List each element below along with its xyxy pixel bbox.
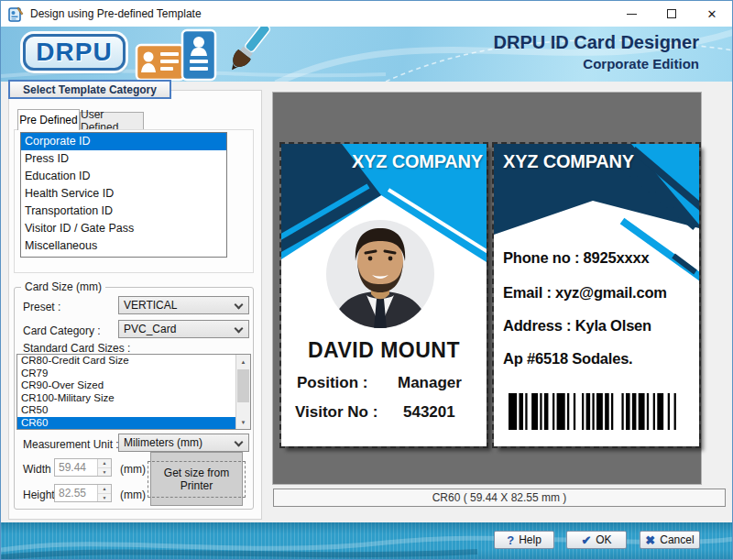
- minimize-button[interactable]: [611, 1, 651, 27]
- position-value: Manager: [398, 374, 462, 392]
- list-item-category[interactable]: Miscellaneous: [21, 237, 226, 255]
- spin-up-icon[interactable]: ▲: [98, 485, 111, 494]
- card-size-status-text: CR60 ( 59.44 X 82.55 mm ): [432, 491, 567, 504]
- app-icon: [8, 6, 24, 22]
- get-size-from-printer-label: Get size from Printer: [151, 465, 242, 494]
- header-icons: [135, 27, 290, 82]
- card-preview-back[interactable]: XYZ COMPANY Phone no : 8925xxxx Email : …: [494, 144, 699, 446]
- ok-button-label: OK: [596, 533, 611, 546]
- card-size-group-label: Card Size (mm): [21, 280, 105, 293]
- sizes-scrollbar[interactable]: ▲ ▼: [235, 355, 250, 429]
- list-item-category[interactable]: Visitor ID / Gate Pass: [21, 220, 226, 237]
- height-unit-label: (mm): [120, 489, 146, 501]
- tab-user-defined[interactable]: User Defined: [80, 112, 144, 130]
- height-value: 82.55: [55, 487, 97, 500]
- list-item-size[interactable]: CR60: [17, 417, 235, 430]
- width-stepper[interactable]: 59.44 ▲ ▼: [54, 458, 112, 477]
- front-company-name: XYZ COMPANY: [352, 151, 483, 172]
- preset-label: Preset :: [23, 301, 60, 313]
- minimize-icon: [627, 14, 637, 15]
- window-title: Design using Pre-defined Template: [30, 7, 202, 20]
- get-size-from-printer-button[interactable]: Get size from Printer: [150, 452, 243, 506]
- preset-dropdown[interactable]: VERTICAL: [118, 296, 249, 314]
- list-item-size[interactable]: CR90-Over Sized: [17, 379, 235, 392]
- card-preview-front[interactable]: XYZ COMPANY DAVID MOUNT Position :: [281, 144, 487, 446]
- spin-down-icon[interactable]: ▼: [98, 494, 111, 502]
- chevron-down-icon: [235, 324, 244, 334]
- category-listbox: Corporate ID Press ID Education ID Healt…: [20, 132, 227, 258]
- list-item-category[interactable]: Health Service ID: [21, 185, 226, 203]
- list-item-size[interactable]: CR50: [17, 404, 235, 417]
- measurement-unit-label: Measurement Unit :: [23, 438, 119, 451]
- ok-check-icon: ✔: [581, 534, 591, 546]
- card-size-statusbar: CR60 ( 59.44 X 82.55 mm ): [273, 489, 726, 507]
- position-label: Position :: [297, 374, 367, 392]
- drpu-logo-text: DRPU: [36, 38, 112, 67]
- help-button-label: Help: [519, 533, 542, 546]
- card-category-label: Card Category :: [23, 324, 101, 337]
- card-category-dropdown[interactable]: PVC_Card: [118, 320, 249, 338]
- product-edition: Corporate Edition: [494, 54, 700, 74]
- list-item-size[interactable]: CR100-Military Size: [17, 392, 235, 405]
- list-item-category[interactable]: Corporate ID: [21, 133, 226, 150]
- email-line: Email : xyz@gmail.com: [503, 284, 667, 302]
- address-line-2: Ap #6518 Sodales.: [503, 350, 633, 368]
- close-button[interactable]: ✕: [692, 1, 732, 27]
- id-card-icon-vertical: [182, 30, 215, 80]
- measurement-unit-value: Milimeters (mm): [124, 436, 202, 449]
- list-item-category[interactable]: Education ID: [21, 168, 226, 185]
- product-title: DRPU ID Card Designer: [494, 30, 700, 54]
- tab-pre-defined-label: Pre Defined: [19, 114, 77, 126]
- scrollbar-thumb[interactable]: [237, 369, 249, 402]
- width-unit-label: (mm): [120, 463, 146, 476]
- visitor-no-value: 543201: [403, 403, 455, 422]
- title-bar: Design using Pre-defined Template ✕: [1, 1, 732, 27]
- height-stepper[interactable]: 82.55 ▲ ▼: [54, 484, 112, 502]
- header-banner: DRPU: [1, 27, 733, 82]
- list-item-category[interactable]: Transportation ID: [21, 203, 226, 220]
- scroll-down-icon[interactable]: ▼: [236, 415, 250, 429]
- help-icon: ?: [507, 534, 514, 546]
- paintbrush-icon: [225, 27, 273, 75]
- back-company-name: XYZ COMPANY: [503, 151, 634, 172]
- width-value: 59.44: [55, 461, 97, 474]
- barcode: [509, 393, 684, 430]
- list-item-size[interactable]: CR80-Credit Card Size: [17, 355, 235, 368]
- visitor-no-label: Visitor No :: [295, 403, 377, 422]
- standard-sizes-label: Standard Card Sizes :: [23, 342, 130, 355]
- spin-up-icon[interactable]: ▲: [98, 459, 111, 468]
- scroll-up-icon[interactable]: ▲: [236, 355, 250, 368]
- help-button[interactable]: ? Help: [494, 531, 554, 549]
- measurement-unit-dropdown[interactable]: Milimeters (mm): [118, 434, 249, 452]
- spin-down-icon[interactable]: ▼: [98, 468, 111, 477]
- preset-value: VERTICAL: [124, 299, 177, 312]
- select-template-category-text: Select Template Category: [23, 83, 157, 96]
- employee-photo: [325, 219, 435, 329]
- tab-pre-defined[interactable]: Pre Defined: [17, 109, 80, 130]
- card-category-value: PVC_Card: [124, 323, 176, 335]
- cancel-x-icon: ✖: [645, 534, 655, 546]
- select-template-category-label: Select Template Category: [8, 80, 171, 99]
- chevron-down-icon: [235, 438, 244, 447]
- address-line: Address : Kyla Olsen: [503, 317, 651, 335]
- cancel-button[interactable]: ✖ Cancel: [640, 531, 700, 549]
- chevron-down-icon: [235, 301, 244, 310]
- employee-name: DAVID MOUNT: [281, 338, 487, 363]
- list-item-category[interactable]: Press ID: [21, 150, 226, 168]
- close-icon: ✕: [707, 8, 717, 20]
- ok-button[interactable]: ✔ OK: [566, 531, 627, 549]
- id-card-icon-horizontal: [137, 45, 184, 80]
- maximize-icon: [667, 9, 676, 18]
- drpu-logo: DRPU: [23, 34, 126, 71]
- width-label: Width :: [23, 463, 57, 476]
- maximize-button[interactable]: [651, 1, 692, 27]
- cancel-button-label: Cancel: [660, 533, 694, 546]
- app-window: Design using Pre-defined Template ✕ DRPU: [0, 0, 733, 560]
- phone-line: Phone no : 8925xxxx: [503, 249, 649, 267]
- standard-sizes-listbox: CR80-Credit Card Size CR79 CR90-Over Siz…: [16, 354, 251, 430]
- list-item-size[interactable]: CR79: [17, 368, 235, 380]
